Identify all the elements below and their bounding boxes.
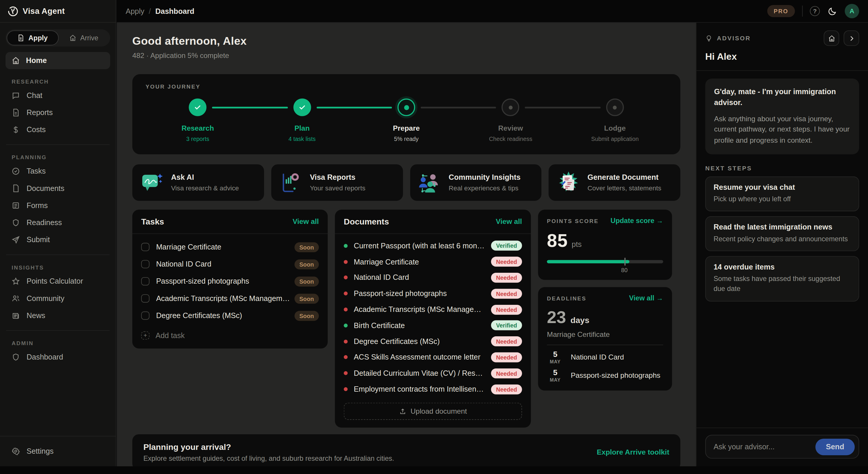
step-plan: Plan 4 task lists [250,99,354,142]
points-threshold-tick [624,258,625,265]
sidebar-item-news[interactable]: News [0,307,116,324]
arrive-tab[interactable]: Arrive [58,30,109,45]
add-task-button[interactable]: + Add task [141,325,319,345]
status-dot-needed [344,340,348,343]
task-checkbox[interactable] [141,294,149,302]
task-checkbox[interactable] [141,243,149,251]
banner-subtitle: Explore settlement guides, cost of livin… [144,454,394,462]
sidebar-item-costs[interactable]: Costs [0,121,116,138]
document-row[interactable]: National ID CardNeeded [344,270,522,286]
sidebar-item-readiness[interactable]: Readiness [0,214,116,231]
step-lodge: Lodge Submit application [563,99,667,142]
next-step-news[interactable]: Read the latest immigration news Recent … [705,216,859,251]
dark-mode-moon-icon[interactable] [828,6,837,16]
lightbulb-icon [705,35,712,42]
points-score-label: POINTS SCORE [547,218,599,224]
task-checkbox[interactable] [141,311,149,319]
sidebar-item-documents[interactable]: Documents [0,180,116,197]
deadline-row: 5MAY Passport-sized photographs [547,368,663,383]
journey-card: YOUR JOURNEY Research 3 reports Plan 4 t… [132,74,680,155]
upload-document-button[interactable]: Upload document [344,403,522,420]
sidebar-item-forms[interactable]: Forms [0,197,116,214]
deadlines-card: DEADLINES View all → 23 days Marriage Ce… [538,287,672,391]
help-icon[interactable]: ? [810,6,820,16]
advisor-collapse-button[interactable] [843,30,859,46]
document-row[interactable]: Birth CertificateVerified [344,317,522,333]
sidebar-item-points-calculator[interactable]: Points Calculator [0,273,116,290]
needed-badge: Needed [491,289,522,299]
task-row: National ID Card Soon [141,256,319,273]
needed-badge: Needed [491,352,522,363]
needed-badge: Needed [491,384,522,394]
document-row[interactable]: Degree Certificates (MSc)Needed [344,333,522,349]
task-checkbox[interactable] [141,260,149,268]
next-step-resume-chat[interactable]: Resume your visa chat Pick up where you … [705,176,859,211]
task-row: Degree Certificates (MSc) Soon [141,307,319,324]
deadline-next-item: Marriage Certificate [547,330,663,338]
document-row[interactable]: Detailed Curriculum Vitae (CV) / ResumeN… [344,365,522,381]
visa-reports-card[interactable]: Visa Reports Your saved reports [271,164,403,201]
step-todo-icon [502,99,519,116]
status-dot-verified [344,324,348,328]
logo-row: Visa Agent [0,0,116,23]
status-dot-verified [344,244,348,248]
task-row: Passport-sized photographs Soon [141,273,319,290]
apply-tab[interactable]: Apply [7,30,59,45]
sidebar-item-community[interactable]: Community [0,290,116,307]
section-label-insights: INSIGHTS [11,265,110,271]
chevron-right-icon [848,35,855,42]
sidebar-item-admin-dashboard[interactable]: Dashboard [0,348,116,365]
topbar-actions: PRO ? A [767,4,859,18]
verified-badge: Verified [491,241,522,251]
step-review: Review Check readiness [459,99,563,142]
generate-document-card[interactable]: Generate Document Cover letters, stateme… [549,164,680,201]
avatar[interactable]: A [845,4,859,18]
next-step-overdue[interactable]: 14 overdue items Some tasks have passed … [705,256,859,301]
tasks-view-all-link[interactable]: View all [293,217,319,226]
update-score-link[interactable]: Update score → [610,217,663,225]
sidebar-item-submit[interactable]: Submit [0,231,116,248]
star-icon [11,277,20,285]
sidebar-item-home[interactable]: Home [6,52,110,69]
file-text-icon [11,108,20,116]
breadcrumb-section[interactable]: Apply [126,7,145,15]
sidebar-item-settings[interactable]: Settings [0,442,116,460]
community-insights-card[interactable]: Community Insights Real experiences & ti… [410,164,541,201]
pro-badge: PRO [767,5,795,17]
sidebar-item-reports[interactable]: Reports [0,104,116,121]
sidebar-item-tasks[interactable]: Tasks [0,163,116,180]
section-label-planning: PLANNING [11,155,110,161]
document-row[interactable]: Academic Transcripts (MSc Management of … [344,302,522,317]
document-row[interactable]: Marriage CertificateNeeded [344,254,522,270]
advisor-panel: ADVISOR Hi Alex G'day, mate - I'm your i… [696,23,868,466]
home-icon [828,35,835,42]
documents-view-all-link[interactable]: View all [496,217,522,226]
ask-ai-card[interactable]: Ask AI Visa research & advice [132,164,264,201]
plus-icon: + [141,331,149,339]
page-title: Good afternoon, Alex [132,35,680,47]
document-row[interactable]: Current Passport (with at least 6 months… [344,238,522,253]
divider [547,344,663,345]
document-row[interactable]: Employment contracts from Intellisense.i… [344,381,522,397]
advisor-home-button[interactable] [824,30,839,46]
send-button[interactable]: Send [815,438,855,455]
deadlines-view-all-link[interactable]: View all → [629,294,663,302]
status-dot-needed [344,260,348,264]
advisor-input[interactable] [713,442,815,451]
task-checkbox[interactable] [141,277,149,285]
advisor-message-body: Ask anything about your visa journey, cu… [714,113,850,145]
document-row[interactable]: Passport-sized photographsNeeded [344,286,522,302]
points-unit: pts [572,240,582,248]
needed-badge: Needed [491,305,522,314]
breadcrumb-page: Dashboard [155,7,194,15]
divider [6,255,110,255]
bottom-strip [0,466,868,474]
form-icon [11,201,20,209]
main-content: Good afternoon, Alex 482 · Application 5… [117,23,696,466]
sidebar-item-chat[interactable]: Chat [0,87,116,104]
users-icon [11,294,20,302]
document-row[interactable]: ACS Skills Assessment outcome letterNeed… [344,349,522,365]
reports-chart-icon [279,170,303,195]
step-done-icon [293,99,311,116]
explore-arrive-toolkit-link[interactable]: Explore Arrive toolkit [597,448,669,456]
